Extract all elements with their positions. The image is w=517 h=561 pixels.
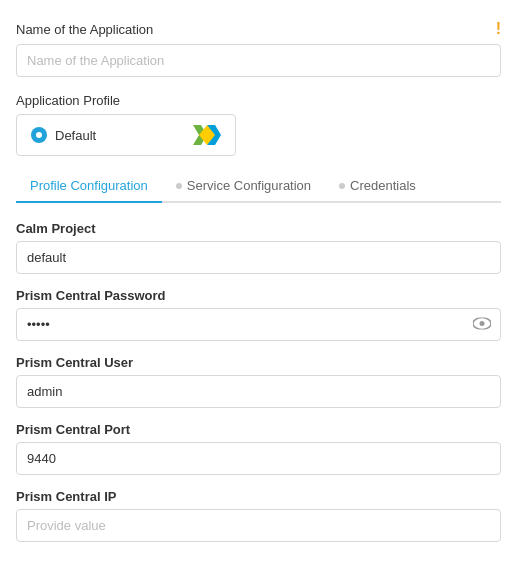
page-container: Name of the Application ! Application Pr…	[0, 0, 517, 561]
nutanix-logo-svg	[193, 125, 221, 145]
svg-point-4	[480, 321, 485, 326]
tab-credentials-dot	[339, 183, 345, 189]
toggle-password-icon[interactable]	[473, 317, 491, 332]
calm-project-input[interactable]	[16, 241, 501, 274]
tab-credentials-label: Credentials	[350, 178, 416, 193]
calm-project-label: Calm Project	[16, 221, 501, 236]
app-profile-label: Application Profile	[16, 93, 501, 108]
prism-ip-label: Prism Central IP	[16, 489, 501, 504]
nutanix-x-icon	[193, 125, 221, 145]
app-name-section: Name of the Application !	[16, 20, 501, 77]
tab-profile-configuration[interactable]: Profile Configuration	[16, 170, 162, 203]
calm-project-section: Calm Project	[16, 221, 501, 274]
app-profile-section: Application Profile Default	[16, 93, 501, 156]
app-name-label-text: Name of the Application	[16, 22, 153, 37]
profile-card[interactable]: Default	[16, 114, 236, 156]
prism-password-wrapper	[16, 308, 501, 341]
required-icon: !	[496, 20, 501, 38]
radio-selected-icon	[31, 127, 47, 143]
tabs-container: Profile Configuration Service Configurat…	[16, 170, 501, 203]
prism-port-input[interactable]	[16, 442, 501, 475]
profile-name: Default	[55, 128, 96, 143]
prism-user-input[interactable]	[16, 375, 501, 408]
app-profile-label-text: Application Profile	[16, 93, 120, 108]
prism-port-section: Prism Central Port	[16, 422, 501, 475]
prism-ip-input[interactable]	[16, 509, 501, 542]
tab-credentials[interactable]: Credentials	[325, 170, 430, 201]
prism-user-label: Prism Central User	[16, 355, 501, 370]
prism-port-label: Prism Central Port	[16, 422, 501, 437]
app-name-input[interactable]	[16, 44, 501, 77]
tab-service-configuration[interactable]: Service Configuration	[162, 170, 325, 201]
tab-service-configuration-dot	[176, 183, 182, 189]
app-name-label: Name of the Application !	[16, 20, 501, 38]
prism-password-label: Prism Central Password	[16, 288, 501, 303]
prism-password-input[interactable]	[16, 308, 501, 341]
tab-service-configuration-label: Service Configuration	[187, 178, 311, 193]
prism-password-section: Prism Central Password	[16, 288, 501, 341]
prism-ip-section: Prism Central IP	[16, 489, 501, 542]
profile-card-left: Default	[31, 127, 96, 143]
tab-profile-configuration-label: Profile Configuration	[30, 178, 148, 193]
prism-user-section: Prism Central User	[16, 355, 501, 408]
form-fields-container: Calm Project Prism Central Password Pris…	[16, 221, 501, 542]
